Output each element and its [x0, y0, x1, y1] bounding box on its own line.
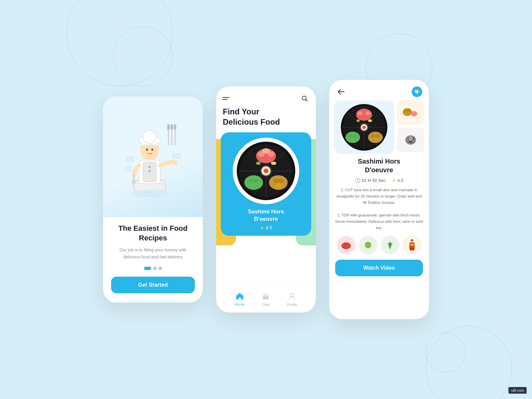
- side-food-images: [397, 100, 424, 152]
- svg-point-79: [404, 109, 407, 112]
- side-food-image-1: [397, 100, 424, 125]
- svg-rect-21: [173, 154, 180, 158]
- chef-illustration: [116, 110, 190, 203]
- hamburger-line-2: [223, 99, 227, 100]
- dot-3: [159, 267, 162, 270]
- side-food-image-2: [397, 128, 424, 152]
- chef-icon: [262, 293, 270, 302]
- ingredients-row: [335, 236, 423, 254]
- svg-rect-19: [174, 124, 176, 130]
- phone1-onboarding: The Easiest in Food Recipes Our job is t…: [103, 96, 203, 303]
- phone3-food-images: [329, 100, 429, 154]
- svg-point-37: [262, 148, 270, 154]
- star-icon: ★: [260, 225, 264, 230]
- ingredient-2: [359, 236, 377, 254]
- svg-point-49: [271, 162, 276, 165]
- svg-point-45: [275, 183, 282, 188]
- svg-point-76: [356, 119, 360, 122]
- svg-point-56: [290, 293, 294, 297]
- svg-point-91: [343, 243, 349, 246]
- dots-indicator: [144, 267, 162, 270]
- svg-point-66: [345, 132, 360, 143]
- phone1-illustration: [103, 96, 203, 217]
- get-started-button[interactable]: Get Started: [111, 277, 195, 293]
- hamburger-line-1: [223, 97, 229, 98]
- phone3-content: Sashimi Hors D'oeuvre 🕐 01 H 30 Sec. ★ 4…: [329, 157, 429, 319]
- nav-chef-label: Chef: [262, 303, 269, 307]
- svg-rect-17: [167, 124, 170, 130]
- favorite-button[interactable]: [412, 86, 422, 97]
- svg-point-71: [375, 134, 380, 138]
- svg-point-11: [151, 149, 153, 151]
- dish-meta: 🕐 01 H 30 Sec. ★ 4.5: [335, 178, 423, 183]
- svg-point-9: [143, 130, 156, 144]
- svg-point-65: [365, 111, 371, 115]
- home-icon: [236, 293, 243, 301]
- dish-time: 🕐 01 H 30 Sec.: [355, 178, 387, 183]
- svg-point-81: [411, 111, 417, 116]
- svg-point-4: [149, 166, 151, 168]
- svg-point-88: [410, 138, 412, 140]
- svg-point-97: [369, 245, 370, 246]
- side-dish-2-svg: [399, 129, 422, 151]
- svg-point-24: [135, 190, 148, 195]
- dish-title: Sashimi Hors D'oeuvre: [335, 157, 423, 174]
- dot-1: [144, 267, 151, 270]
- nav-profile-label: Profile: [287, 303, 297, 307]
- svg-point-93: [366, 243, 368, 245]
- ingredient-4: [403, 236, 421, 254]
- main-dish-image: [334, 100, 394, 154]
- phones-container: The Easiest in Food Recipes Our job is t…: [103, 80, 429, 319]
- watch-video-button[interactable]: Watch Video: [335, 260, 423, 276]
- svg-point-41: [250, 183, 257, 187]
- phone3-detail: Sashimi Hors D'oeuvre 🕐 01 H 30 Sec. ★ 4…: [329, 80, 429, 319]
- dish-rating: ★ 4.5: [392, 178, 403, 183]
- main-dish-svg: [334, 101, 394, 153]
- svg-rect-22: [125, 167, 131, 171]
- svg-point-69: [368, 132, 383, 143]
- svg-point-86: [409, 141, 413, 143]
- phone2-nav: Home Chef: [216, 288, 316, 313]
- svg-point-67: [348, 135, 352, 137]
- svg-point-96: [366, 245, 367, 246]
- svg-point-13: [132, 180, 135, 184]
- phone1-title: The Easiest in Food Recipes: [111, 224, 195, 243]
- search-icon[interactable]: [300, 94, 309, 103]
- svg-point-80: [407, 109, 411, 112]
- nav-home[interactable]: Home: [235, 293, 244, 306]
- watermark: ui8.com: [508, 387, 527, 394]
- clock-icon: 🕐: [355, 178, 360, 183]
- svg-point-53: [264, 294, 267, 297]
- svg-rect-20: [126, 157, 134, 162]
- svg-point-78: [403, 108, 412, 116]
- svg-point-48: [264, 169, 268, 173]
- svg-point-26: [302, 96, 306, 100]
- svg-point-39: [248, 179, 254, 183]
- svg-point-50: [256, 162, 261, 165]
- hamburger-menu-icon[interactable]: [223, 97, 229, 100]
- phone3-header: [329, 80, 429, 100]
- svg-point-64: [357, 111, 363, 115]
- svg-point-42: [269, 175, 288, 190]
- nav-profile[interactable]: Profile: [287, 293, 297, 307]
- food-image-main: [233, 138, 299, 204]
- svg-point-40: [254, 179, 259, 183]
- nav-chef[interactable]: Chef: [262, 293, 270, 307]
- svg-rect-18: [171, 124, 173, 130]
- ingredient-3: [381, 236, 399, 254]
- food-card-main[interactable]: Sashimi Hors D'oeuvre ★ 4.5: [221, 132, 311, 235]
- svg-rect-14: [168, 127, 169, 145]
- dot-2: [153, 267, 157, 270]
- star-icon-detail: ★: [392, 178, 396, 183]
- svg-rect-98: [411, 239, 413, 241]
- food-card-rating: ★ 4.5: [260, 225, 272, 230]
- sashimi-svg: [234, 139, 298, 202]
- svg-point-68: [353, 135, 357, 137]
- svg-point-44: [278, 179, 284, 183]
- phone2-heading: Find Your Delicious Food: [216, 106, 316, 132]
- svg-line-27: [306, 100, 307, 101]
- svg-rect-15: [171, 127, 172, 145]
- svg-point-94: [368, 243, 370, 245]
- phone1-subtitle: Our job is to filling your tummy with de…: [111, 247, 195, 261]
- back-button[interactable]: [336, 86, 346, 97]
